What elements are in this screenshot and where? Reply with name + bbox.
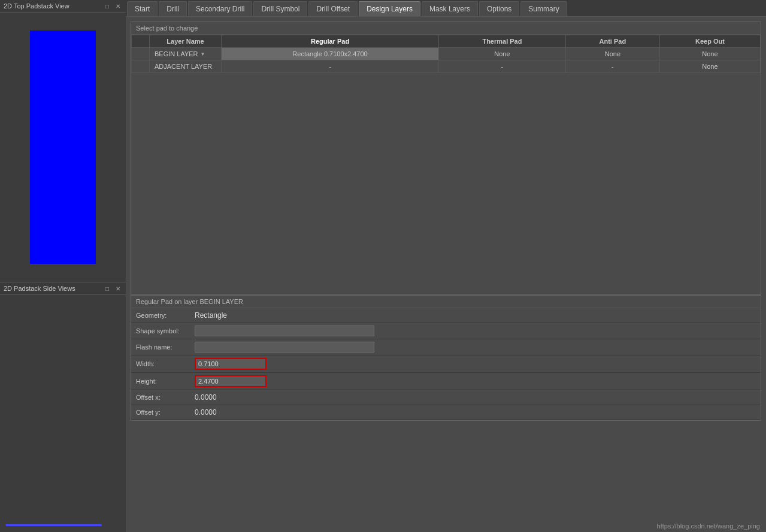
top-view-close-btn[interactable]: ✕ [114, 2, 122, 10]
select-pad-section: Select pad to change Layer Name Regular … [131, 22, 761, 295]
shape-symbol-value [191, 323, 761, 339]
tab-drill-symbol[interactable]: Drill Symbol [253, 1, 307, 16]
offset-x-text: 0.0000 [195, 393, 217, 402]
side-view-icons: □ ✕ [103, 284, 122, 293]
left-panel: 2D Top Padstack View □ ✕ 2D Padstack Sid… [0, 0, 126, 532]
side-view-close-btn[interactable]: ✕ [114, 284, 122, 293]
row2-keep-out: None [659, 60, 760, 73]
col-header-anti-pad: Anti Pad [565, 35, 659, 48]
shape-symbol-input[interactable] [195, 326, 374, 336]
flash-name-input[interactable] [195, 342, 374, 352]
top-view-title-bar: 2D Top Padstack View □ ✕ [0, 0, 126, 13]
flash-name-label: Flash name: [131, 339, 191, 355]
pad-details-title: Regular Pad on layer BEGIN LAYER [131, 296, 761, 308]
side-view-canvas [0, 295, 126, 532]
col-header-keep-out: Keep Out [659, 35, 760, 48]
offset-y-text: 0.0000 [195, 408, 217, 417]
height-value [191, 373, 761, 390]
row1-keep-out: None [659, 48, 760, 60]
width-label: Width: [131, 355, 191, 373]
row2-anti-pad: - [565, 60, 659, 73]
flash-name-value [191, 339, 761, 355]
offset-y-label: Offset y: [131, 405, 191, 420]
row1-regular-pad[interactable]: Rectangle 0.7100x2.4700 [222, 48, 439, 60]
tab-drill-offset[interactable]: Drill Offset [308, 1, 358, 16]
row2-thermal-pad: - [439, 60, 566, 73]
blue-rectangle-shape [30, 31, 96, 264]
tab-bar: Start Drill Secondary Drill Drill Symbol… [126, 0, 766, 17]
offset-x-value: 0.0000 [191, 390, 761, 405]
content-area: Select pad to change Layer Name Regular … [126, 17, 766, 532]
begin-layer-dropdown[interactable]: ▼ [201, 51, 205, 57]
row2-layer-name: ADJACENT LAYER [150, 60, 222, 73]
row1-layer-name: BEGIN LAYER ▼ [150, 48, 222, 60]
table-row: ADJACENT LAYER - - - None [132, 60, 761, 73]
row2-select [132, 60, 150, 73]
select-pad-title: Select pad to change [131, 22, 761, 35]
tab-summary[interactable]: Summary [520, 1, 567, 16]
offset-y-value: 0.0000 [191, 405, 761, 420]
col-header-layer-name: Layer Name [150, 35, 222, 48]
top-view-icons: □ ✕ [103, 2, 122, 10]
top-view-restore-btn[interactable]: □ [103, 2, 111, 10]
row2-regular-pad[interactable]: - [222, 60, 439, 73]
top-view-section: 2D Top Padstack View □ ✕ [0, 0, 126, 282]
tab-secondary-drill[interactable]: Secondary Drill [188, 1, 252, 16]
pad-details-section: Regular Pad on layer BEGIN LAYER Geometr… [131, 295, 761, 421]
side-view-title-bar: 2D Padstack Side Views □ ✕ [0, 282, 126, 295]
footer-url: https://blog.csdn.net/wang_ze_ping [657, 522, 760, 530]
col-header-thermal-pad: Thermal Pad [439, 35, 566, 48]
tab-design-layers[interactable]: Design Layers [359, 1, 420, 16]
row1-select [132, 48, 150, 60]
width-input[interactable] [195, 358, 267, 370]
main-panel: Start Drill Secondary Drill Drill Symbol… [126, 0, 766, 532]
tab-drill[interactable]: Drill [159, 1, 187, 16]
side-view-restore-btn[interactable]: □ [103, 284, 111, 293]
tab-options[interactable]: Options [479, 1, 519, 16]
tab-start[interactable]: Start [127, 1, 158, 16]
row1-thermal-pad: None [439, 48, 566, 60]
col-header-empty [132, 35, 150, 48]
shape-symbol-label: Shape symbol: [131, 323, 191, 339]
geometry-text: Rectangle [195, 311, 227, 320]
pad-table: Layer Name Regular Pad Thermal Pad Anti … [131, 35, 761, 73]
top-view-canvas [0, 13, 126, 282]
tab-mask-layers[interactable]: Mask Layers [422, 1, 478, 16]
row1-anti-pad: None [565, 48, 659, 60]
pad-table-empty-area [131, 73, 761, 294]
height-label: Height: [131, 373, 191, 390]
col-header-regular-pad: Regular Pad [222, 35, 439, 48]
width-value [191, 355, 761, 373]
pad-details-form: Geometry: Rectangle Shape symbol: Flash … [131, 308, 761, 420]
height-input[interactable] [195, 375, 267, 387]
blue-line-shape [6, 524, 102, 526]
offset-x-label: Offset x: [131, 390, 191, 405]
side-view-title: 2D Padstack Side Views [4, 285, 75, 292]
top-view-title: 2D Top Padstack View [4, 2, 69, 10]
geometry-value: Rectangle [191, 308, 761, 323]
table-row: BEGIN LAYER ▼ Rectangle 0.7100x2.4700 No… [132, 48, 761, 60]
geometry-label: Geometry: [131, 308, 191, 323]
side-view-section: 2D Padstack Side Views □ ✕ [0, 282, 126, 532]
